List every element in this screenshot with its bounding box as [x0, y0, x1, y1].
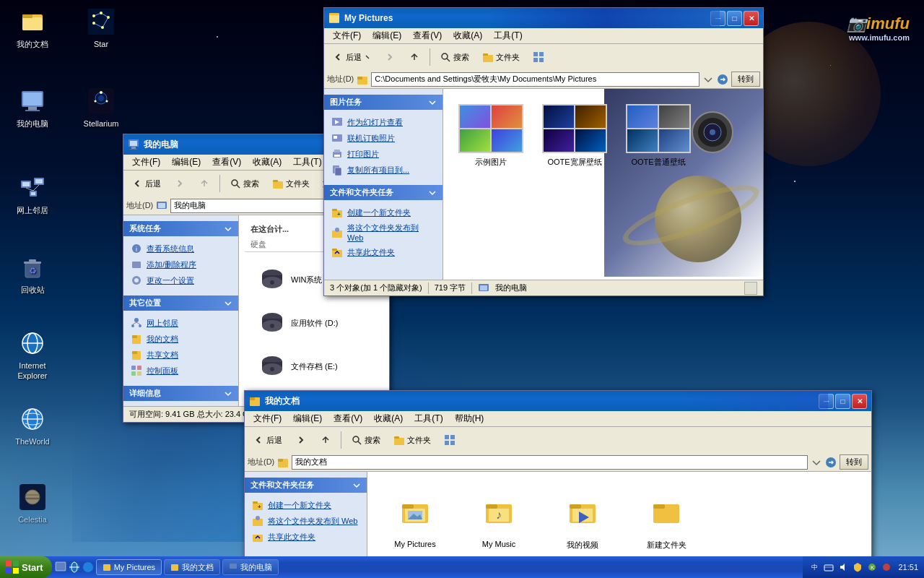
folders-button[interactable]: 文件夹 — [477, 48, 525, 66]
docs-new-folder-item[interactable]: 新建文件夹 — [630, 483, 702, 553]
share-link[interactable]: 共享此文件夹 — [330, 244, 437, 260]
tray-security[interactable] — [852, 561, 863, 573]
desktop-icon-my-docs[interactable]: 我的文档 — [7, 7, 58, 49]
docs-menu-file[interactable]: 文件(F) — [248, 411, 287, 426]
docs-my-music[interactable]: ♪ My Music — [463, 483, 535, 553]
slideshow-link[interactable]: 作为幻灯片查看 — [330, 114, 437, 130]
docs-menu-favorites[interactable]: 收藏(A) — [368, 411, 409, 426]
taskbar-show-desktop[interactable] — [55, 561, 66, 573]
shared-docs-link[interactable]: 共享文档 — [129, 347, 232, 363]
tray-extra[interactable] — [881, 561, 892, 573]
mc-folders-button[interactable]: 文件夹 — [267, 175, 315, 192]
mc-search-button[interactable]: 搜索 — [225, 175, 264, 192]
docs-menu-help[interactable]: 帮助(H) — [449, 411, 490, 426]
mc-up-button[interactable] — [193, 175, 215, 192]
docs-menu-tools[interactable]: 工具(T) — [409, 411, 448, 426]
drive-d[interactable]: 应用软件 (D:) — [256, 307, 372, 339]
docs-publish-link[interactable]: 将这个文件夹发布到 Web — [250, 513, 361, 529]
menu-edit[interactable]: 编辑(E) — [367, 28, 407, 43]
detail-toggle[interactable] — [224, 389, 232, 398]
tray-ime[interactable]: 中 — [808, 561, 820, 573]
taskbar-ie-icon[interactable] — [69, 561, 80, 573]
system-info-link[interactable]: i 查看系统信息 — [129, 241, 232, 256]
section-toggle[interactable] — [428, 98, 437, 107]
mc-menu-edit[interactable]: 编辑(E) — [166, 155, 206, 170]
docs-views-button[interactable] — [439, 431, 461, 449]
change-settings-link[interactable]: 更改一个设置 — [129, 272, 232, 288]
taskbar-my-docs[interactable]: 我的文档 — [164, 559, 220, 575]
copy-all-link[interactable]: 复制所有项目到... — [330, 162, 437, 178]
file-item-sample[interactable]: 示例图片 — [455, 100, 527, 171]
mc-menu-favorites[interactable]: 收藏(A) — [247, 155, 287, 170]
docs-forward-button[interactable] — [290, 431, 312, 449]
docs-my-pictures[interactable]: My Pictures — [379, 483, 451, 553]
order-prints-link[interactable]: 联机订购照片 — [330, 130, 437, 146]
views-button[interactable] — [528, 48, 549, 66]
docs-my-video[interactable]: 我的视频 — [546, 483, 619, 553]
desktop-icon-theworld[interactable]: TheWorld — [7, 405, 58, 447]
address-input[interactable] — [371, 72, 699, 87]
search-button[interactable]: 搜索 — [435, 48, 474, 66]
docs-share-link[interactable]: 共享此文件夹 — [250, 529, 361, 545]
drive-e[interactable]: 文件存档 (E:) — [256, 350, 372, 382]
docs-go-button[interactable]: 转到 — [840, 454, 868, 470]
desktop-icon-network[interactable]: 网上邻居 — [7, 173, 58, 215]
sys-toggle[interactable] — [224, 225, 232, 233]
details-toggle[interactable] — [744, 282, 757, 295]
close-button[interactable]: ✕ — [744, 11, 759, 26]
docs-close-btn[interactable]: ✕ — [852, 394, 867, 409]
tray-network[interactable] — [823, 561, 834, 573]
docs-new-folder-link[interactable]: + 创建一个新文件夹 — [250, 497, 361, 513]
file-item-widescreen[interactable]: OOTE宽屏壁纸 — [539, 100, 611, 171]
my-docs-link[interactable]: 我的文档 — [129, 331, 232, 347]
docs-back-button[interactable]: 后退 — [248, 431, 287, 449]
mc-menu-file[interactable]: 文件(F) — [126, 155, 166, 170]
maximize-button[interactable]: □ — [727, 11, 742, 26]
taskbar-theworld-icon[interactable] — [82, 561, 94, 573]
desktop-icon-star[interactable]: Star — [76, 7, 126, 49]
docs-maximize-btn[interactable]: □ — [835, 394, 850, 409]
tray-audio[interactable] — [837, 561, 849, 573]
mc-back-button[interactable]: 后退 — [126, 175, 166, 192]
desktop-icon-recycle[interactable]: ♻ 回收站 — [7, 253, 58, 295]
address-dropdown-icon[interactable] — [702, 74, 714, 85]
add-remove-link[interactable]: 添加/删除程序 — [129, 256, 232, 272]
control-panel-link[interactable]: 控制面板 — [129, 363, 232, 379]
taskbar-my-pictures[interactable]: My Pictures — [96, 559, 162, 575]
docs-search-button[interactable]: 搜索 — [346, 431, 385, 449]
desktop-icon-ie[interactable]: Internet Explorer — [7, 329, 58, 381]
start-button[interactable]: Start — [0, 556, 52, 578]
loc-toggle[interactable] — [224, 299, 232, 308]
docs-address-input[interactable] — [292, 455, 808, 470]
docs-up-button[interactable] — [315, 431, 336, 449]
taskbar-my-computer[interactable]: 我的电脑 — [222, 559, 279, 575]
tray-antivirus[interactable]: K — [866, 561, 878, 573]
svg-rect-137 — [450, 441, 455, 445]
network-link[interactable]: 网上邻居 — [129, 315, 232, 331]
status-sep1 — [428, 282, 429, 294]
desktop-icon-celestia[interactable]: Celestia — [7, 483, 58, 525]
print-link[interactable]: 打印图片 — [330, 146, 437, 162]
back-button[interactable]: 后退 — [327, 48, 376, 66]
docs-menu-edit[interactable]: 编辑(E) — [287, 411, 328, 426]
desktop-icon-my-computer[interactable]: 我的电脑 — [7, 87, 58, 129]
mc-menu-view[interactable]: 查看(V) — [206, 155, 247, 170]
go-button[interactable]: 转到 — [731, 72, 760, 87]
mc-menu-tools[interactable]: 工具(T) — [287, 155, 327, 170]
publish-link[interactable]: 将这个文件夹发布到 Web — [330, 220, 437, 244]
up-button[interactable] — [404, 48, 425, 66]
docs-folder-button[interactable]: 文件夹 — [388, 431, 436, 449]
new-folder-link[interactable]: + 创建一个新文件夹 — [330, 204, 437, 220]
menu-file[interactable]: 文件(F) — [327, 28, 367, 43]
docs-dropdown-icon[interactable] — [811, 457, 822, 468]
desktop-icon-stellarium[interactable]: Stellarium — [76, 87, 126, 129]
menu-favorites[interactable]: 收藏(A) — [448, 28, 488, 43]
menu-tools[interactable]: 工具(T) — [488, 28, 528, 43]
forward-button[interactable] — [379, 48, 401, 66]
mc-forward-button[interactable] — [169, 175, 191, 192]
section-toggle2[interactable] — [428, 189, 437, 197]
docs-menu-view[interactable]: 查看(V) — [328, 411, 368, 426]
menu-view[interactable]: 查看(V) — [407, 28, 448, 43]
file-item-normal[interactable]: OOTE普通壁纸 — [622, 100, 694, 171]
docs-tasks-toggle[interactable] — [352, 481, 361, 490]
